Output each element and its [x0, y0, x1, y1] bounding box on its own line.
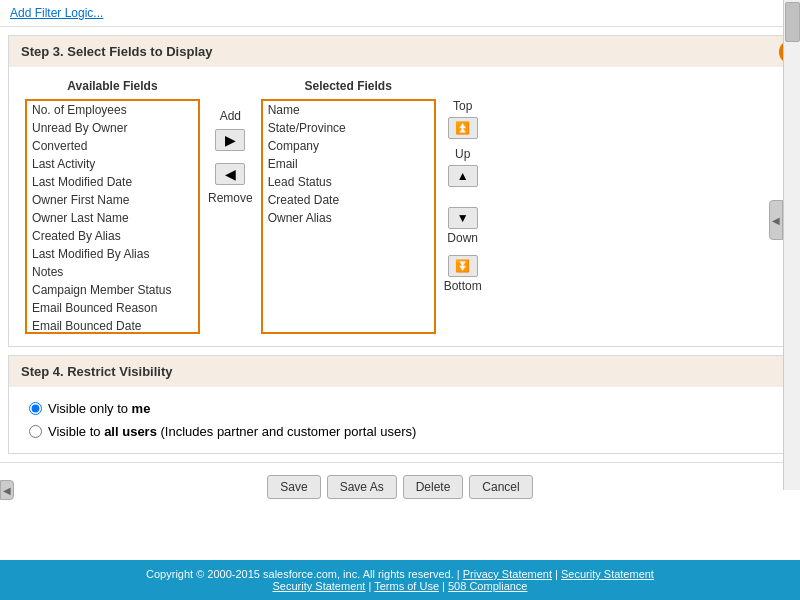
- visible-only-to-me-radio[interactable]: [29, 402, 42, 415]
- security-statement-link2[interactable]: Security Statement: [273, 580, 366, 592]
- step4-section: Step 4. Restrict Visibility Visible only…: [8, 355, 792, 454]
- selected-fields-label: Selected Fields: [305, 79, 392, 93]
- visibility-section: Visible only to me Visible to all users …: [9, 387, 791, 453]
- step3-title: Step 3. Select Fields to Display: [21, 44, 212, 59]
- visible-only-to-me-option[interactable]: Visible only to me: [29, 401, 771, 416]
- up-button[interactable]: ▲: [448, 165, 478, 187]
- add-button[interactable]: ▶: [215, 129, 245, 151]
- list-item[interactable]: Last Modified Date: [27, 173, 198, 191]
- step3-header: Step 3. Select Fields to Display 4: [9, 36, 791, 67]
- privacy-statement-link[interactable]: Privacy Statement: [463, 568, 552, 580]
- remove-button[interactable]: ◀: [215, 163, 245, 185]
- step4-header: Step 4. Restrict Visibility: [9, 356, 791, 387]
- cancel-button[interactable]: Cancel: [469, 475, 532, 499]
- top-label: Top: [453, 99, 472, 113]
- save-button[interactable]: Save: [267, 475, 320, 499]
- list-item[interactable]: Email: [263, 155, 434, 173]
- visible-to-all-option[interactable]: Visible to all users (Includes partner a…: [29, 424, 771, 439]
- down-button[interactable]: ▼: [448, 207, 478, 229]
- list-item[interactable]: Unread By Owner: [27, 119, 198, 137]
- bottom-label: Bottom: [444, 279, 482, 293]
- visible-only-to-label: Visible only to me: [48, 401, 150, 416]
- scroll-thumb[interactable]: [785, 2, 800, 42]
- list-item[interactable]: Campaign Member Status: [27, 281, 198, 299]
- list-item[interactable]: Email Bounced Reason: [27, 299, 198, 317]
- right-side-tab[interactable]: ◀: [769, 200, 783, 240]
- list-item[interactable]: Lead Status: [263, 173, 434, 191]
- step3-section: Step 3. Select Fields to Display 4 Avail…: [8, 35, 792, 347]
- list-item[interactable]: Email Bounced Date: [27, 317, 198, 334]
- down-label: Down: [447, 231, 478, 245]
- list-item[interactable]: No. of Employees: [27, 101, 198, 119]
- save-as-button[interactable]: Save As: [327, 475, 397, 499]
- compliance-link[interactable]: 508 Compliance: [448, 580, 528, 592]
- scrollbar[interactable]: [783, 0, 800, 490]
- fields-container: Available Fields No. of Employees Unread…: [9, 67, 791, 346]
- left-side-tab[interactable]: ◀: [0, 480, 14, 500]
- footer-links: Security Statement | Terms of Use | 508 …: [8, 580, 792, 592]
- list-item[interactable]: Last Activity: [27, 155, 198, 173]
- list-item[interactable]: State/Province: [263, 119, 434, 137]
- footer-copyright: Copyright © 2000-2015 salesforce.com, in…: [8, 568, 792, 580]
- security-statement-link[interactable]: Security Statement: [561, 568, 654, 580]
- list-item[interactable]: Owner First Name: [27, 191, 198, 209]
- available-fields-column: Available Fields No. of Employees Unread…: [25, 79, 200, 334]
- list-item[interactable]: Company: [263, 137, 434, 155]
- footer: Copyright © 2000-2015 salesforce.com, in…: [0, 560, 800, 600]
- remove-label: Remove: [208, 191, 253, 205]
- available-fields-label: Available Fields: [67, 79, 157, 93]
- up-label: Up: [455, 147, 470, 161]
- top-button[interactable]: ⏫: [448, 117, 478, 139]
- add-filter-link[interactable]: Add Filter Logic...: [0, 0, 800, 27]
- bottom-button[interactable]: ⏬: [448, 255, 478, 277]
- buttons-row: Save Save As Delete Cancel: [0, 462, 800, 511]
- list-item[interactable]: Converted: [27, 137, 198, 155]
- list-item[interactable]: Notes: [27, 263, 198, 281]
- selected-fields-list[interactable]: Name State/Province Company Email Lead S…: [261, 99, 436, 334]
- radio-group: Visible only to me Visible to all users …: [29, 401, 771, 439]
- visible-to-all-radio[interactable]: [29, 425, 42, 438]
- visible-to-all-label: Visible to all users (Includes partner a…: [48, 424, 416, 439]
- nav-column: Top ⏫ Up ▲ ▼ Down ⏬ Bottom: [444, 99, 482, 295]
- list-item[interactable]: Owner Alias: [263, 209, 434, 227]
- list-item[interactable]: Name: [263, 101, 434, 119]
- add-remove-column: Add ▶ ◀ Remove: [208, 109, 253, 205]
- list-item[interactable]: Created By Alias: [27, 227, 198, 245]
- add-label: Add: [220, 109, 241, 123]
- list-item[interactable]: Created Date: [263, 191, 434, 209]
- list-item[interactable]: Owner Last Name: [27, 209, 198, 227]
- available-fields-list[interactable]: No. of Employees Unread By Owner Convert…: [25, 99, 200, 334]
- list-item[interactable]: Last Modified By Alias: [27, 245, 198, 263]
- selected-fields-column: Selected Fields Name State/Province Comp…: [261, 79, 436, 334]
- terms-of-use-link[interactable]: Terms of Use: [374, 580, 439, 592]
- delete-button[interactable]: Delete: [403, 475, 464, 499]
